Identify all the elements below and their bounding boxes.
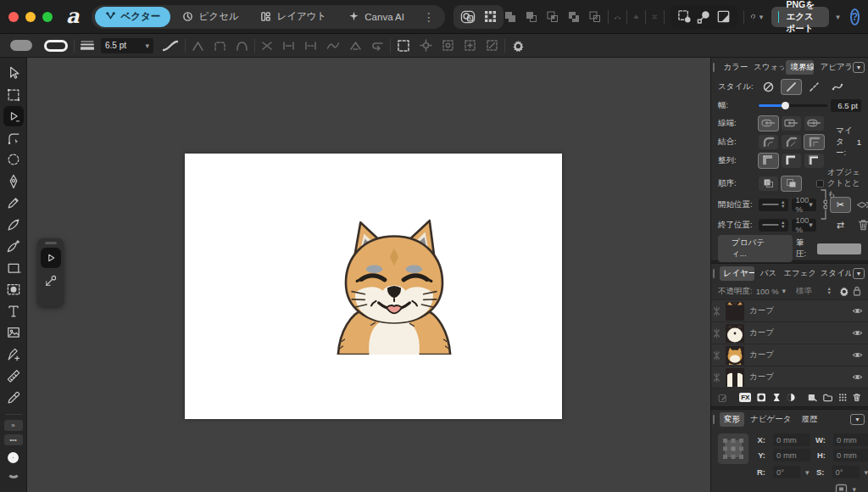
join-miter-button[interactable] [804, 135, 824, 149]
start-style-dropdown[interactable]: ▲▼ [759, 198, 788, 211]
transform-origin-icon[interactable] [420, 39, 432, 52]
tab-appearance[interactable]: アピアラ [815, 60, 850, 75]
corner-tool[interactable] [3, 128, 24, 148]
end-percent-dropdown[interactable]: 100 %▾ [792, 219, 815, 232]
pattern-dissolve-icon[interactable] [838, 392, 847, 403]
tab-stroke[interactable]: 境界線 [786, 60, 814, 75]
stroke-width-lines-icon[interactable] [81, 40, 94, 52]
order-behind-button[interactable] [759, 176, 778, 191]
flyout-drag-handle[interactable] [45, 242, 57, 244]
visibility-eye-icon[interactable] [852, 329, 863, 337]
layer-thumbnail[interactable] [726, 346, 744, 365]
align-center-button[interactable] [759, 154, 778, 168]
properties-button[interactable]: プロパティ... [718, 235, 793, 262]
opacity-value[interactable]: 100 % [756, 287, 779, 296]
stroke-style-icon[interactable] [162, 39, 179, 53]
cap-square-button[interactable] [804, 116, 824, 131]
visibility-eye-icon[interactable] [852, 307, 863, 315]
s-field[interactable]: 0° [832, 466, 860, 478]
fill-swatch[interactable] [10, 40, 32, 51]
end-style-dropdown[interactable]: ▲▼ [759, 219, 788, 232]
boolean-add-icon[interactable] [504, 10, 517, 24]
move-tool[interactable] [3, 63, 24, 83]
join-round-button[interactable] [759, 135, 778, 149]
panel-drag-handle[interactable] [713, 269, 715, 278]
tab-layers[interactable]: レイヤー [720, 266, 754, 281]
pressure-field[interactable] [817, 243, 861, 254]
shape-fill-tool[interactable] [3, 279, 24, 299]
stroke-width-dropdown[interactable]: 6.5 pt ▾ [101, 38, 153, 53]
hide-selection-icon[interactable] [442, 39, 454, 52]
s-dropdown-chevron[interactable]: ▾ [865, 468, 868, 477]
tab-effects[interactable]: エフェク [779, 266, 814, 281]
join-nodes-icon[interactable] [282, 41, 295, 51]
tab-navigator[interactable]: ナビゲータ [746, 412, 795, 427]
persona-tab-vector[interactable]: ベクター [95, 7, 171, 27]
help-button[interactable]: ? [850, 8, 860, 25]
tab-color[interactable]: カラー [720, 60, 748, 75]
order-front-button[interactable] [782, 176, 801, 191]
panel-drag-handle[interactable] [713, 415, 715, 424]
smart-brush-tool[interactable] [3, 236, 24, 256]
node-tool[interactable] [3, 106, 24, 126]
window-zoom-button[interactable] [42, 12, 53, 22]
shiba-illustration[interactable] [318, 212, 470, 355]
y-field[interactable]: 0 mm [773, 449, 810, 461]
scale-with-object-checkbox[interactable] [816, 180, 824, 187]
image-place-tool[interactable] [3, 322, 24, 343]
sharp-node-icon[interactable] [349, 41, 362, 51]
select-box-icon[interactable] [397, 39, 410, 53]
delete-stroke-button[interactable] [854, 218, 868, 232]
edit-all-layers-icon[interactable] [718, 392, 727, 404]
tab-styles[interactable]: スタイル [816, 266, 851, 281]
break-curve-icon[interactable] [304, 41, 317, 51]
stroke-swatch[interactable] [44, 40, 68, 52]
window-minimize-button[interactable] [25, 12, 36, 22]
persona-tab-pixel[interactable]: ピクセル [172, 7, 248, 27]
live-filter-icon[interactable] [787, 392, 795, 403]
smooth-corner-icon[interactable] [214, 41, 226, 51]
transform-mode-icon[interactable] [835, 484, 848, 492]
show-handles-icon[interactable] [464, 39, 476, 52]
layer-row-2[interactable]: カーブ [711, 321, 868, 344]
link-positions-icon[interactable] [820, 188, 827, 221]
adjustment-layer-icon[interactable] [772, 392, 781, 403]
layer-thumbnail[interactable] [726, 324, 744, 343]
width-value-field[interactable]: 6.5 pt [831, 99, 861, 112]
width-slider[interactable] [759, 104, 827, 107]
panel-drag-handle[interactable] [713, 63, 715, 72]
lock-icon[interactable] [853, 286, 861, 296]
r-field[interactable]: 0° [773, 466, 800, 478]
boolean-intersect-icon[interactable] [546, 10, 559, 24]
blend-mode-dropdown[interactable]: 標準 [796, 286, 821, 297]
pressure-profile-button[interactable] [854, 198, 868, 212]
expand-tools-button[interactable]: » [4, 420, 23, 431]
close-curve-icon[interactable] [261, 41, 273, 51]
export-png-button[interactable]: PNGをエクスポート [771, 7, 829, 27]
fill-color-well[interactable] [7, 465, 20, 478]
r-dropdown-chevron[interactable]: ▾ [805, 468, 810, 477]
panel-collapse-button[interactable]: ▼ [850, 414, 865, 425]
align-outside-button[interactable] [804, 154, 824, 168]
artboard-tool[interactable] [3, 85, 24, 105]
join-bevel-button[interactable] [782, 135, 801, 149]
delete-layer-trash-icon[interactable] [853, 392, 861, 403]
miter-value[interactable]: 1 [857, 137, 861, 147]
more-tools-button[interactable]: ••• [4, 434, 23, 445]
snap-to-shape-icon[interactable] [716, 9, 731, 24]
style-dashed-button[interactable] [804, 80, 824, 94]
window-close-button[interactable] [8, 12, 19, 22]
visibility-eye-icon[interactable] [852, 373, 863, 381]
group-layers-folder-icon[interactable] [823, 393, 832, 403]
fx-button[interactable]: FX [739, 393, 751, 402]
w-field[interactable]: 0 mm [833, 433, 868, 446]
point-transform-tool[interactable] [43, 273, 58, 288]
reverse-curve-icon[interactable] [371, 41, 384, 51]
auto-translate-icon[interactable]: A [460, 10, 476, 24]
style-brush-button[interactable] [827, 80, 847, 94]
vector-brush-tool[interactable] [3, 215, 24, 235]
alignment-icon[interactable] [652, 12, 658, 22]
style-solid-button[interactable] [782, 80, 801, 94]
boolean-divide-icon[interactable] [588, 10, 602, 24]
snap-to-node-icon[interactable] [697, 9, 711, 24]
